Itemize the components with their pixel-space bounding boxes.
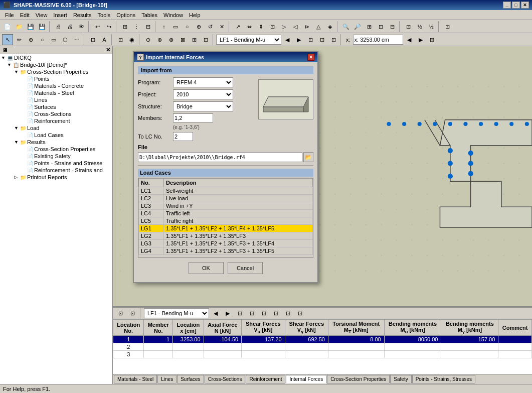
table-row[interactable]: 3: [113, 351, 532, 358]
cancel-button[interactable]: Cancel: [228, 262, 263, 274]
nav-right-btn[interactable]: ▶: [415, 34, 426, 45]
half1-btn[interactable]: ½: [414, 21, 425, 32]
table-row[interactable]: 1 1 3253.00 -104.50 137.20 692.50 8.00 8…: [113, 336, 532, 343]
lc-tool1-btn[interactable]: ⊡: [316, 34, 327, 45]
tree-root[interactable]: ▼ 💻 DICKQ: [0, 54, 112, 61]
members-input[interactable]: [173, 113, 213, 122]
tree-load-cases[interactable]: 📄 Load Cases: [0, 132, 112, 139]
tool1-btn[interactable]: ⊡: [267, 21, 278, 32]
tool2-btn[interactable]: ▷: [278, 21, 289, 32]
close-btn[interactable]: ✕: [521, 2, 529, 9]
rotate-btn[interactable]: ↺: [205, 21, 216, 32]
tab-reinforcement[interactable]: Reinforcement: [246, 375, 285, 383]
minimize-btn[interactable]: _: [503, 2, 511, 9]
preview-btn[interactable]: 👁: [76, 21, 87, 32]
browse-btn[interactable]: 📂: [303, 152, 313, 162]
zoom2-btn[interactable]: ⊟: [387, 21, 398, 32]
bottom-lc-selector[interactable]: LF1 - Bending M-u: [144, 308, 209, 318]
tree-results[interactable]: ▼ 📁 Results: [0, 139, 112, 146]
fit-btn[interactable]: ⊞: [364, 21, 375, 32]
snap4-btn[interactable]: ⊠: [177, 34, 188, 45]
open-btn[interactable]: 📁: [14, 21, 25, 32]
menu-view[interactable]: View: [33, 11, 51, 19]
tree-reinforcement[interactable]: 📄 Reinforcement: [0, 117, 112, 124]
dialog-close-btn[interactable]: ✕: [307, 54, 314, 61]
lc-settings-btn[interactable]: ⊡: [305, 34, 316, 45]
draw2-btn[interactable]: ⊕: [25, 34, 36, 45]
undo-btn[interactable]: ↩: [92, 21, 103, 32]
lc-row[interactable]: LC5Traffic right: [139, 217, 313, 225]
file-path-input[interactable]: [138, 152, 302, 162]
cursor-btn[interactable]: ⊡: [87, 34, 98, 45]
select-btn[interactable]: ↖: [2, 34, 13, 45]
tab-cross-section-properties[interactable]: Cross-Section Properties: [327, 375, 390, 383]
tab-points---strains--stresses[interactable]: Points - Strains, Stresses: [412, 375, 475, 383]
program-select[interactable]: RFEM 4: [173, 77, 233, 87]
tree-cross-section-props[interactable]: ▼ 📁 Cross-Section Properties: [0, 68, 112, 75]
snap3-btn[interactable]: ⊛: [165, 34, 176, 45]
bt-prev-btn[interactable]: ◀: [210, 308, 221, 319]
color-btn[interactable]: ◉: [126, 34, 137, 45]
table-btn[interactable]: ⊟: [142, 21, 153, 32]
bt-tool2[interactable]: ⊡: [246, 308, 257, 319]
ok-button[interactable]: OK: [189, 262, 224, 274]
menu-file[interactable]: File: [2, 11, 17, 19]
tab-safety[interactable]: Safety: [390, 375, 411, 383]
data-table-area[interactable]: LocationNo. MemberNo. Locationx [cm] Axi…: [113, 319, 532, 374]
nav-left-btn[interactable]: ◀: [404, 34, 415, 45]
bt-tool6[interactable]: ⊡: [294, 308, 305, 319]
tree-close-btn[interactable]: ✕: [106, 47, 110, 53]
next-lc-btn[interactable]: ▶: [293, 34, 304, 45]
bt-btn2[interactable]: ⊡: [127, 308, 138, 319]
zoomin-btn[interactable]: 🔍: [340, 21, 351, 32]
canvas-area[interactable]: ? Import Internal Forces ✕ Import from: [113, 46, 532, 306]
menu-insert[interactable]: Insert: [50, 11, 70, 19]
draw6-btn[interactable]: ⋯: [71, 34, 82, 45]
cross-btn[interactable]: ✕: [216, 21, 227, 32]
add-btn[interactable]: ⊕: [193, 21, 204, 32]
circ-btn[interactable]: ○: [182, 21, 193, 32]
project-select[interactable]: 2010: [173, 89, 233, 99]
structure-select[interactable]: Bridge: [173, 101, 233, 111]
lc-row[interactable]: LC4Traffic left: [139, 210, 313, 217]
flip2-btn[interactable]: ⇕: [255, 21, 266, 32]
tab-materials---steel[interactable]: Materials - Steel: [114, 375, 157, 383]
draw4-btn[interactable]: ▭: [48, 34, 59, 45]
tree-project[interactable]: ▼ 📋 Bridge-10f [Demo]*: [0, 61, 112, 68]
bt-btn1[interactable]: ⊡: [115, 308, 126, 319]
save-btn[interactable]: 💾: [25, 21, 36, 32]
tree-surfaces[interactable]: 📄 Surfaces: [0, 103, 112, 110]
snap2-btn[interactable]: ⊚: [154, 34, 165, 45]
tool6-btn[interactable]: ◈: [324, 21, 335, 32]
rect-btn[interactable]: ▭: [170, 21, 181, 32]
dialog-help-icon[interactable]: ?: [137, 54, 144, 61]
snap6-btn[interactable]: ⊡: [200, 34, 211, 45]
tolc-input[interactable]: [173, 132, 193, 141]
dots-btn[interactable]: ⋮: [131, 21, 142, 32]
bt-tool3[interactable]: ⊡: [258, 308, 269, 319]
new-btn[interactable]: 📄: [2, 21, 13, 32]
coord-input[interactable]: [353, 35, 403, 45]
grid-btn[interactable]: ⊞: [119, 21, 130, 32]
menu-window[interactable]: Window: [160, 11, 186, 19]
lc-selector[interactable]: LF1 - Bending M-u: [216, 35, 281, 45]
text-btn[interactable]: A: [99, 34, 110, 45]
tree-materials-steel[interactable]: 📄 Materials - Steel: [0, 89, 112, 96]
prev-lc-btn[interactable]: ◀: [282, 34, 293, 45]
lc-row[interactable]: LC2Live load: [139, 195, 313, 202]
zoomout-btn[interactable]: 🔎: [352, 21, 363, 32]
tool5-btn[interactable]: △: [313, 21, 324, 32]
snap1-btn[interactable]: ⊙: [142, 34, 153, 45]
print2-btn[interactable]: 🖨: [64, 21, 75, 32]
bt-tool4[interactable]: ⊡: [270, 308, 281, 319]
arrow-btn[interactable]: ↗: [232, 21, 243, 32]
lc-row[interactable]: LC1Self-weight: [139, 187, 313, 195]
tree-points[interactable]: 📄 Points: [0, 75, 112, 82]
lc-tool2-btn[interactable]: ⊡: [328, 34, 339, 45]
tree-materials-concrete[interactable]: 📄 Materials - Concrete: [0, 82, 112, 89]
excel-btn[interactable]: ⊡: [442, 21, 453, 32]
lc-row[interactable]: LC3Wind in +Y: [139, 202, 313, 210]
redo-btn[interactable]: ↪: [103, 21, 114, 32]
tool4-btn[interactable]: ⊳: [301, 21, 312, 32]
arrow-up-btn[interactable]: ↑: [158, 21, 169, 32]
